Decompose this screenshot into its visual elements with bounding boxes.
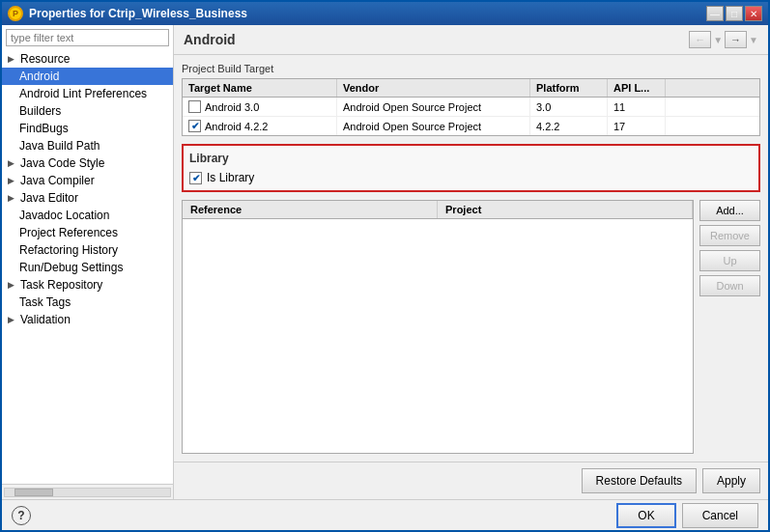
checkmark-icon: ✔ [191, 121, 199, 131]
build-target-label: Project Build Target [182, 63, 760, 74]
right-panel: Android ← ▼ → ▼ Project Build Target Tar… [174, 25, 768, 499]
reference-table: Reference Project [182, 200, 694, 454]
sidebar-item-label: Builders [19, 104, 61, 118]
window-icon: P [8, 6, 23, 21]
minimize-button[interactable]: — [706, 6, 724, 21]
panel-title: Android [184, 32, 236, 47]
expand-arrow: ▶ [8, 54, 17, 64]
down-button[interactable]: Down [699, 275, 760, 296]
nav-back-button[interactable]: ← [689, 31, 711, 48]
sidebar-item-label: Task Repository [20, 278, 102, 292]
sidebar-item-label: Android [19, 70, 59, 83]
sidebar-item-label: FindBugs [19, 122, 69, 135]
footer-bar: ? OK Cancel [2, 499, 768, 530]
build-target-section: Project Build Target Target Name Vendor … [182, 63, 760, 136]
ref-col-project: Project [438, 201, 693, 218]
bt-row2-name[interactable]: ✔ Android 4.2.2 [183, 117, 337, 135]
sidebar-item-java-code-style[interactable]: ▶ Java Code Style [2, 154, 173, 172]
title-bar: P Properties for Ctrip_Wireless_Business… [2, 2, 768, 25]
build-target-table: Target Name Vendor Platform API L... And… [182, 78, 760, 136]
sidebar-item-java-compiler[interactable]: ▶ Java Compiler [2, 172, 173, 189]
bt-row1-api: 11 [608, 98, 666, 116]
bt-row2-checkbox[interactable]: ✔ [188, 120, 201, 132]
sidebar-item-javadoc[interactable]: Javadoc Location [2, 207, 173, 224]
expand-arrow: ▶ [8, 280, 17, 290]
nav-separator2: ▼ [749, 35, 758, 45]
bt-row2-vendor: Android Open Source Project [337, 117, 530, 135]
expand-arrow: ▶ [8, 193, 17, 203]
sidebar-scrollbar[interactable] [2, 484, 173, 499]
sidebar-item-task-repository[interactable]: ▶ Task Repository [2, 276, 173, 294]
footer-buttons: OK Cancel [616, 503, 758, 528]
sidebar-item-builders[interactable]: Builders [2, 102, 173, 120]
sidebar-item-android-lint[interactable]: Android Lint Preferences [2, 85, 173, 102]
ok-button[interactable]: OK [616, 503, 675, 528]
cancel-button[interactable]: Cancel [682, 503, 758, 528]
up-button[interactable]: Up [699, 250, 760, 271]
apply-button[interactable]: Apply [702, 468, 760, 493]
bt-row2-api: 17 [608, 117, 666, 135]
nav-forward-button[interactable]: → [725, 31, 747, 48]
sidebar-item-label: Project References [19, 226, 118, 239]
nav-separator: ▼ [713, 35, 723, 45]
panel-body: Project Build Target Target Name Vendor … [174, 55, 768, 462]
expand-arrow: ▶ [8, 315, 17, 324]
remove-button[interactable]: Remove [699, 225, 760, 246]
panel-header: Android ← ▼ → ▼ [174, 25, 768, 55]
sidebar-item-label: Java Code Style [20, 156, 104, 170]
sidebar: ▶ Resource Android Android Lint Preferen… [2, 25, 174, 499]
sidebar-item-java-editor[interactable]: ▶ Java Editor [2, 189, 173, 207]
nav-arrows: ← ▼ → ▼ [689, 31, 758, 48]
sidebar-item-resource[interactable]: ▶ Resource [2, 50, 173, 68]
main-window: P Properties for Ctrip_Wireless_Business… [0, 0, 770, 532]
sidebar-item-android[interactable]: Android [2, 68, 173, 85]
bt-row1-checkbox[interactable] [188, 100, 201, 113]
reference-area: Reference Project Add... Remove Up Down [182, 200, 760, 454]
bt-row1-name[interactable]: Android 3.0 [183, 98, 337, 116]
sidebar-item-project-references[interactable]: Project References [2, 224, 173, 241]
sidebar-item-refactoring[interactable]: Refactoring History [2, 241, 173, 259]
tree: ▶ Resource Android Android Lint Preferen… [2, 50, 173, 484]
is-library-checkbox[interactable]: ✔ [189, 172, 202, 184]
ref-table-body [183, 219, 693, 316]
sidebar-item-label: Java Compiler [20, 174, 95, 187]
expand-arrow: ▶ [8, 176, 17, 185]
is-library-row: ✔ Is Library [189, 171, 753, 184]
bt-row2-platform: 4.2.2 [530, 117, 608, 135]
restore-defaults-button[interactable]: Restore Defaults [582, 468, 697, 493]
bt-col-target: Target Name [183, 79, 337, 97]
sidebar-item-findbugs[interactable]: FindBugs [2, 120, 173, 137]
ref-table-header: Reference Project [183, 201, 693, 219]
sidebar-item-java-build-path[interactable]: Java Build Path [2, 137, 173, 154]
library-section: Library ✔ Is Library [182, 144, 760, 192]
sidebar-item-label: Java Build Path [19, 139, 100, 153]
sidebar-item-validation[interactable]: ▶ Validation [2, 311, 173, 328]
bt-row1-vendor: Android Open Source Project [337, 98, 530, 116]
maximize-button[interactable]: □ [726, 6, 743, 21]
sidebar-item-label: Task Tags [19, 295, 71, 309]
sidebar-item-label: Run/Debug Settings [19, 261, 123, 274]
add-button[interactable]: Add... [699, 200, 760, 221]
filter-input[interactable] [6, 29, 169, 46]
is-library-label: Is Library [207, 171, 254, 184]
sidebar-item-label: Validation [20, 313, 71, 326]
sidebar-item-run-debug[interactable]: Run/Debug Settings [2, 259, 173, 276]
h-scrollbar[interactable] [4, 488, 171, 497]
sidebar-item-label: Javadoc Location [19, 209, 109, 222]
sidebar-item-label: Refactoring History [19, 243, 118, 257]
sidebar-item-label: Resource [20, 52, 70, 66]
table-row: ✔ Android 4.2.2 Android Open Source Proj… [183, 117, 759, 135]
sidebar-item-label: Java Editor [20, 191, 78, 205]
bt-col-vendor: Vendor [337, 79, 530, 97]
bt-col-api: API L... [608, 79, 666, 97]
window-title: Properties for Ctrip_Wireless_Business [29, 7, 247, 20]
content-area: ▶ Resource Android Android Lint Preferen… [2, 25, 768, 499]
bt-col-platform: Platform [530, 79, 608, 97]
ref-buttons: Add... Remove Up Down [699, 200, 760, 454]
help-button[interactable]: ? [12, 506, 31, 525]
table-row: Android 3.0 Android Open Source Project … [183, 98, 759, 117]
close-button[interactable]: ✕ [745, 6, 762, 21]
sidebar-item-task-tags[interactable]: Task Tags [2, 294, 173, 311]
h-scrollbar-thumb[interactable] [14, 489, 53, 496]
ref-col-reference: Reference [183, 201, 438, 218]
